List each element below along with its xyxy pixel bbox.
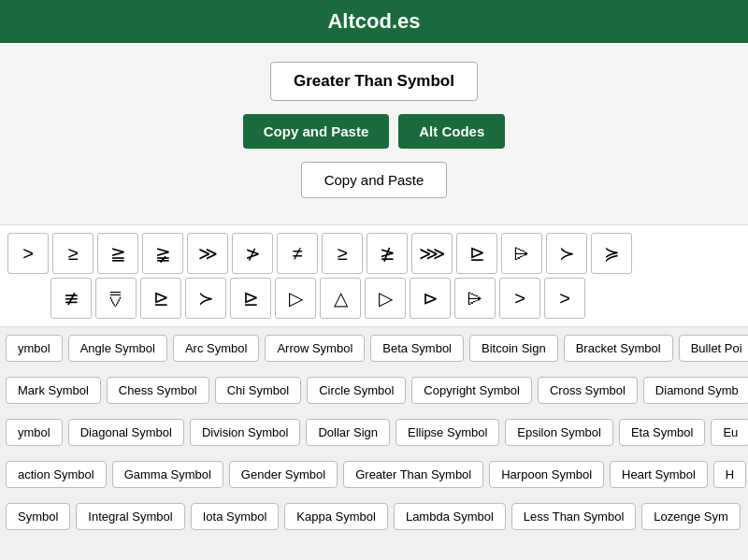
category-tag[interactable]: Less Than Symbol: [511, 503, 636, 530]
symbol-cell[interactable]: ⊳: [410, 278, 451, 319]
category-tag[interactable]: Mark Symbol: [6, 377, 101, 404]
category-tag[interactable]: Greater Than Symbol: [343, 461, 483, 488]
category-tag[interactable]: Circle Symbol: [307, 377, 406, 404]
symbol-cell[interactable]: ⩢: [95, 278, 137, 319]
category-tag[interactable]: Dollar Sign: [306, 419, 390, 446]
category-tag[interactable]: Eu: [711, 419, 748, 446]
site-header: Altcod.es: [0, 0, 748, 43]
symbol-cell[interactable]: ≽: [591, 233, 632, 274]
symbol-cell[interactable]: ≥: [322, 233, 363, 274]
symbol-cell[interactable]: ≫: [187, 233, 228, 274]
category-tag[interactable]: Cross Symbol: [538, 377, 638, 404]
symbol-cell[interactable]: ≱: [367, 233, 408, 274]
symbol-cell[interactable]: ≥: [52, 233, 94, 274]
category-tag[interactable]: Integral Symbol: [76, 503, 184, 530]
category-tag[interactable]: Epsilon Symbol: [505, 419, 613, 446]
category-row-1: ymbolAngle SymbolArc SymbolArrow SymbolB…: [0, 327, 748, 369]
category-row-5: SymbolIntegral SymbolIota SymbolKappa Sy…: [0, 495, 748, 538]
copy-paste-label: Copy and Paste: [324, 172, 424, 188]
action-buttons: Copy and Paste Alt Codes: [243, 114, 506, 149]
category-tag[interactable]: Lambda Symbol: [394, 503, 506, 530]
symbol-cell[interactable]: ▷: [365, 278, 406, 319]
category-tag[interactable]: Diagonal Symbol: [68, 419, 184, 446]
symbol-cell[interactable]: >: [7, 233, 49, 274]
symbol-grid: >≥≧≩≫≯≠≥≱⋙⊵⩥≻≽ ≢⩢⊵≻⊵▷△▷⊳⩥>>: [0, 224, 748, 327]
category-tag[interactable]: Kappa Symbol: [284, 503, 388, 530]
category-tag[interactable]: Lozenge Sym: [641, 503, 741, 530]
symbol-row-2: ≢⩢⊵≻⊵▷△▷⊳⩥>>: [4, 278, 744, 319]
category-tag[interactable]: Ellipse Symbol: [396, 419, 499, 446]
category-tag[interactable]: Division Symbol: [190, 419, 300, 446]
category-tag[interactable]: ymbol: [6, 419, 63, 446]
category-tag[interactable]: action Symbol: [6, 461, 107, 488]
symbol-cell[interactable]: ≩: [142, 233, 183, 274]
category-tag[interactable]: Symbol: [6, 503, 70, 530]
alt-codes-button[interactable]: Alt Codes: [398, 114, 505, 149]
symbol-cell[interactable]: ⋙: [411, 233, 453, 274]
page-title: Greater Than Symbol: [294, 72, 454, 90]
category-tag[interactable]: Iota Symbol: [191, 503, 280, 530]
symbol-cell[interactable]: ⊵: [230, 278, 271, 319]
category-tag[interactable]: Eta Symbol: [619, 419, 705, 446]
site-title: Altcod.es: [327, 9, 420, 33]
category-tag[interactable]: Chess Symbol: [107, 377, 209, 404]
symbol-cell[interactable]: ⊵: [456, 233, 497, 274]
symbol-cell[interactable]: ▷: [275, 278, 316, 319]
symbol-cell[interactable]: >: [499, 278, 540, 319]
category-row-3: ymbolDiagonal SymbolDivision SymbolDolla…: [0, 411, 748, 453]
symbol-cell[interactable]: △: [320, 278, 361, 319]
category-row-4: action SymbolGamma SymbolGender SymbolGr…: [0, 453, 748, 495]
category-tag[interactable]: Bitcoin Sign: [469, 335, 558, 362]
symbol-cell[interactable]: ≢: [50, 278, 92, 319]
category-tag[interactable]: Beta Symbol: [370, 335, 464, 362]
symbol-cell[interactable]: ≯: [232, 233, 273, 274]
category-tag[interactable]: Gender Symbol: [229, 461, 338, 488]
symbol-cell[interactable]: ≻: [185, 278, 226, 319]
category-tag[interactable]: Arrow Symbol: [265, 335, 365, 362]
symbol-row-1: >≥≧≩≫≯≠≥≱⋙⊵⩥≻≽: [4, 233, 744, 274]
category-tag[interactable]: ymbol: [6, 335, 63, 362]
category-tag[interactable]: Bullet Poi: [679, 335, 748, 362]
category-tag[interactable]: Heart Symbol: [610, 461, 708, 488]
category-tag[interactable]: Arc Symbol: [173, 335, 259, 362]
copy-paste-label-box: Copy and Paste: [301, 162, 448, 198]
category-tag[interactable]: Diamond Symb: [643, 377, 748, 404]
category-section: ymbolAngle SymbolArc SymbolArrow SymbolB…: [0, 327, 748, 538]
symbol-cell[interactable]: ≧: [97, 233, 138, 274]
symbol-cell[interactable]: ⊵: [140, 278, 181, 319]
category-tag[interactable]: Angle Symbol: [68, 335, 167, 362]
category-tag[interactable]: Bracket Symbol: [564, 335, 673, 362]
symbol-cell[interactable]: ≻: [546, 233, 587, 274]
category-tag[interactable]: H: [713, 461, 746, 488]
category-tag[interactable]: Copyright Symbol: [411, 377, 532, 404]
category-tag[interactable]: Chi Symbol: [215, 377, 301, 404]
copy-paste-button[interactable]: Copy and Paste: [243, 114, 390, 149]
symbol-cell[interactable]: ≠: [277, 233, 318, 274]
category-tag[interactable]: Gamma Symbol: [112, 461, 223, 488]
page-title-box: Greater Than Symbol: [270, 62, 478, 101]
symbol-cell[interactable]: ⩥: [501, 233, 542, 274]
symbol-cell[interactable]: >: [544, 278, 585, 319]
symbol-cell[interactable]: ⩥: [454, 278, 496, 319]
category-row-2: Mark SymbolChess SymbolChi SymbolCircle …: [0, 369, 748, 411]
main-content: Greater Than Symbol Copy and Paste Alt C…: [0, 43, 748, 224]
category-tag[interactable]: Harpoon Symbol: [489, 461, 604, 488]
